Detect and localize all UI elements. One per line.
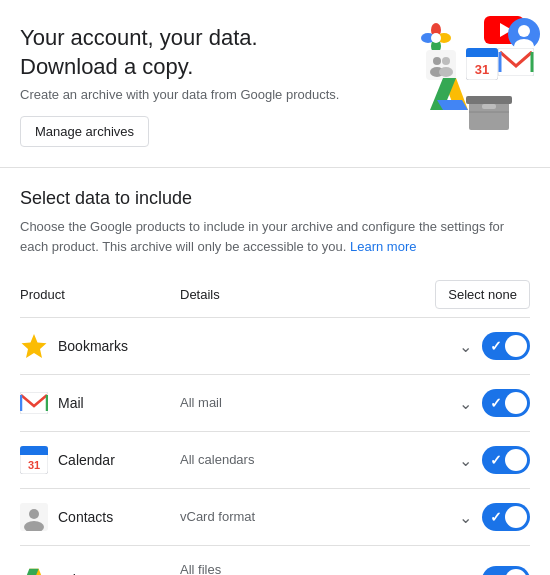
mail-icon bbox=[20, 389, 48, 417]
row-actions-drive: ⌄ ✓ bbox=[459, 566, 530, 575]
toggle-bookmarks[interactable]: ✓ bbox=[482, 332, 530, 360]
chevron-down-icon[interactable]: ⌄ bbox=[459, 451, 472, 470]
product-info-mail: Mail bbox=[20, 389, 180, 417]
learn-more-link[interactable]: Learn more bbox=[350, 239, 416, 254]
product-details-drive: All filesPDF and 3 other formats bbox=[180, 560, 459, 575]
google-icons-cluster: 31 bbox=[374, 16, 534, 136]
product-info-contacts: Contacts bbox=[20, 503, 180, 531]
google-drive-header-icon bbox=[430, 76, 468, 110]
toggle-mail[interactable]: ✓ bbox=[482, 389, 530, 417]
svg-rect-37 bbox=[20, 452, 48, 455]
table-row: Drive All filesPDF and 3 other formats ⌄… bbox=[20, 546, 530, 575]
row-actions-mail: ⌄ ✓ bbox=[459, 389, 530, 417]
svg-rect-20 bbox=[498, 48, 534, 76]
svg-rect-24 bbox=[466, 96, 512, 104]
gmail-header-icon bbox=[498, 48, 534, 76]
product-details-contacts: vCard format bbox=[180, 507, 459, 527]
chevron-down-icon[interactable]: ⌄ bbox=[459, 570, 472, 575]
drive-icon bbox=[20, 566, 48, 575]
svg-marker-43 bbox=[20, 568, 39, 575]
product-name-bookmarks: Bookmarks bbox=[58, 338, 128, 354]
svg-rect-18 bbox=[466, 54, 498, 57]
svg-rect-32 bbox=[20, 392, 48, 414]
svg-point-12 bbox=[433, 57, 441, 65]
table-header: Product Details Select none bbox=[20, 272, 530, 318]
bookmarks-icon bbox=[20, 332, 48, 360]
svg-point-14 bbox=[442, 57, 450, 65]
svg-point-40 bbox=[29, 509, 39, 519]
select-data-section: Select data to include Choose the Google… bbox=[0, 168, 550, 575]
row-actions-calendar: ⌄ ✓ bbox=[459, 446, 530, 474]
google-archive-icon bbox=[464, 84, 514, 132]
toggle-drive[interactable]: ✓ bbox=[482, 566, 530, 575]
header-section: Your account, your data. Download a copy… bbox=[0, 0, 550, 168]
column-header-details: Details bbox=[180, 287, 435, 302]
svg-point-5 bbox=[431, 33, 441, 43]
table-row: 31 Calendar All calendars ⌄ ✓ bbox=[20, 432, 530, 489]
calendar-icon: 31 bbox=[20, 446, 48, 474]
toggle-calendar[interactable]: ✓ bbox=[482, 446, 530, 474]
product-name-calendar: Calendar bbox=[58, 452, 115, 468]
svg-text:31: 31 bbox=[475, 62, 489, 77]
select-data-title: Select data to include bbox=[20, 188, 530, 209]
column-header-product: Product bbox=[20, 287, 180, 302]
google-account-icon bbox=[508, 18, 540, 50]
row-actions-bookmarks: ⌄ ✓ bbox=[459, 332, 530, 360]
product-details-mail: All mail bbox=[180, 393, 459, 413]
chevron-down-icon[interactable]: ⌄ bbox=[459, 394, 472, 413]
product-info-calendar: 31 Calendar bbox=[20, 446, 180, 474]
toggle-contacts[interactable]: ✓ bbox=[482, 503, 530, 531]
chevron-down-icon[interactable]: ⌄ bbox=[459, 508, 472, 527]
google-calendar-header-icon: 31 bbox=[466, 48, 498, 80]
chevron-down-icon[interactable]: ⌄ bbox=[459, 337, 472, 356]
table-row: Bookmarks ⌄ ✓ bbox=[20, 318, 530, 375]
product-name-mail: Mail bbox=[58, 395, 84, 411]
table-row: Contacts vCard format ⌄ ✓ bbox=[20, 489, 530, 546]
svg-point-9 bbox=[518, 25, 530, 37]
contacts-icon bbox=[20, 503, 48, 531]
svg-text:31: 31 bbox=[28, 459, 40, 471]
product-info-drive: Drive bbox=[20, 566, 180, 575]
manage-archives-button[interactable]: Manage archives bbox=[20, 116, 149, 147]
select-data-description: Choose the Google products to include in… bbox=[20, 217, 530, 256]
svg-marker-31 bbox=[22, 334, 47, 358]
row-actions-contacts: ⌄ ✓ bbox=[459, 503, 530, 531]
product-info-bookmarks: Bookmarks bbox=[20, 332, 180, 360]
product-name-contacts: Contacts bbox=[58, 509, 113, 525]
table-row: Mail All mail ⌄ ✓ bbox=[20, 375, 530, 432]
product-details-calendar: All calendars bbox=[180, 450, 459, 470]
svg-rect-25 bbox=[482, 104, 496, 109]
select-none-button[interactable]: Select none bbox=[435, 280, 530, 309]
